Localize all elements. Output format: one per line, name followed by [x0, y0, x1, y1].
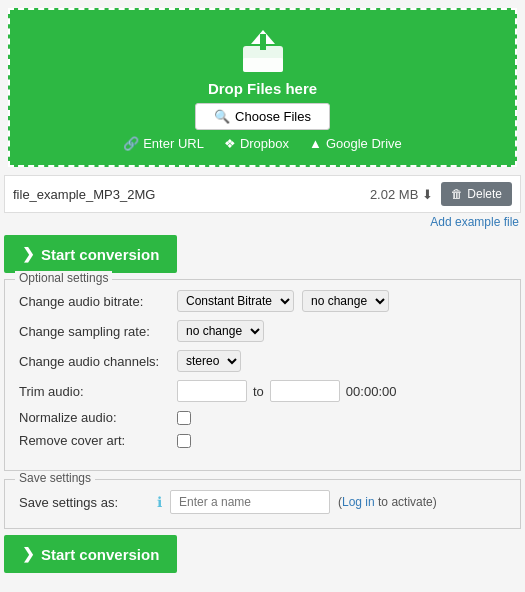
- chevron-right-icon-bottom: ❯: [22, 545, 35, 563]
- login-link[interactable]: Log in: [342, 495, 375, 509]
- drop-zone[interactable]: Drop Files here 🔍 Choose Files 🔗 Enter U…: [8, 8, 517, 167]
- trim-end-input[interactable]: [270, 380, 340, 402]
- normalize-row: Normalize audio:: [19, 410, 506, 425]
- delete-label: Delete: [467, 187, 502, 201]
- add-example-row: Add example file: [6, 215, 519, 229]
- channels-select[interactable]: stereo mono: [177, 350, 241, 372]
- svg-rect-3: [243, 58, 283, 72]
- trim-label: Trim audio:: [19, 384, 169, 399]
- start-conversion-label-bottom: Start conversion: [41, 546, 159, 563]
- normalize-label: Normalize audio:: [19, 410, 169, 425]
- start-conversion-button-top[interactable]: ❯ Start conversion: [4, 235, 177, 273]
- start-conversion-label-top: Start conversion: [41, 246, 159, 263]
- enter-url-link[interactable]: 🔗 Enter URL: [123, 136, 204, 151]
- trim-to-text: to: [253, 384, 264, 399]
- trim-row: Trim audio: to 00:00:00: [19, 380, 506, 402]
- save-settings-legend: Save settings: [15, 471, 95, 485]
- trim-start-input[interactable]: [177, 380, 247, 402]
- drop-text: Drop Files here: [208, 80, 317, 97]
- google-drive-icon: ▲: [309, 136, 322, 151]
- remove-cover-checkbox[interactable]: [177, 434, 191, 448]
- save-row: Save settings as: ℹ (Log in to activate): [19, 490, 506, 514]
- save-name-input[interactable]: [170, 490, 330, 514]
- file-size-value: 2.02 MB: [370, 187, 418, 202]
- dropbox-label: Dropbox: [240, 136, 289, 151]
- channels-row: Change audio channels: stereo mono: [19, 350, 506, 372]
- trash-icon: 🗑: [451, 187, 463, 201]
- info-icon[interactable]: ℹ: [157, 494, 162, 510]
- login-activate-text: (Log in to activate): [338, 495, 437, 509]
- search-icon: 🔍: [214, 109, 230, 124]
- add-example-label: Add example file: [430, 215, 519, 229]
- bitrate-label: Change audio bitrate:: [19, 294, 169, 309]
- google-drive-label: Google Drive: [326, 136, 402, 151]
- choose-files-button[interactable]: 🔍 Choose Files: [195, 103, 330, 130]
- link-icon: 🔗: [123, 136, 139, 151]
- start-conversion-button-bottom[interactable]: ❯ Start conversion: [4, 535, 177, 573]
- channels-label: Change audio channels:: [19, 354, 169, 369]
- svg-rect-2: [260, 34, 266, 50]
- bitrate-row: Change audio bitrate: Constant Bitrate V…: [19, 290, 506, 312]
- optional-settings-legend: Optional settings: [15, 271, 112, 285]
- sampling-row: Change sampling rate: no change 8000 Hz …: [19, 320, 506, 342]
- choose-files-label: Choose Files: [235, 109, 311, 124]
- sampling-label: Change sampling rate:: [19, 324, 169, 339]
- trim-controls: to 00:00:00: [177, 380, 396, 402]
- normalize-checkbox[interactable]: [177, 411, 191, 425]
- bitrate-type-select[interactable]: Constant Bitrate Variable Bitrate: [177, 290, 294, 312]
- drop-links: 🔗 Enter URL ❖ Dropbox ▲ Google Drive: [123, 136, 402, 151]
- chevron-right-icon: ❯: [22, 245, 35, 263]
- sampling-select[interactable]: no change 8000 Hz 11025 Hz 16000 Hz 2205…: [177, 320, 264, 342]
- add-example-link[interactable]: Add example file: [430, 215, 519, 229]
- optional-settings-box: Optional settings Change audio bitrate: …: [4, 279, 521, 471]
- remove-cover-row: Remove cover art:: [19, 433, 506, 448]
- dropbox-link[interactable]: ❖ Dropbox: [224, 136, 289, 151]
- enter-url-label: Enter URL: [143, 136, 204, 151]
- bitrate-value-select[interactable]: no change 64 kbps 128 kbps 192 kbps 256 …: [302, 290, 389, 312]
- delete-button[interactable]: 🗑 Delete: [441, 182, 512, 206]
- file-name: file_example_MP3_2MG: [13, 187, 362, 202]
- trim-time-display: 00:00:00: [346, 384, 397, 399]
- save-settings-box: Save settings Save settings as: ℹ (Log i…: [4, 479, 521, 529]
- dropbox-icon: ❖: [224, 136, 236, 151]
- upload-icon: [237, 28, 289, 74]
- google-drive-link[interactable]: ▲ Google Drive: [309, 136, 402, 151]
- remove-cover-label: Remove cover art:: [19, 433, 169, 448]
- save-as-label: Save settings as:: [19, 495, 149, 510]
- file-row: file_example_MP3_2MG 2.02 MB ⬇ 🗑 Delete: [4, 175, 521, 213]
- file-size: 2.02 MB ⬇: [370, 187, 433, 202]
- download-icon: ⬇: [422, 187, 433, 202]
